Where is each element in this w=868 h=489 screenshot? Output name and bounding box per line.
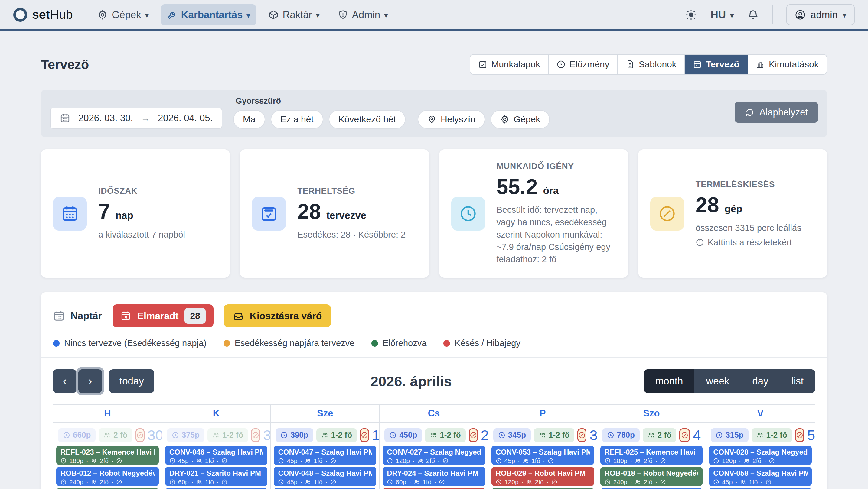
day-header-K: K <box>162 405 271 422</box>
calendar-event[interactable]: CONV-047 – Szalag Havi PM45p·1fő· <box>274 446 376 465</box>
calendar-icon <box>60 113 70 124</box>
chevron-down-icon: ▾ <box>247 11 250 20</box>
view-button-day[interactable]: day <box>741 369 780 393</box>
user-menu-button[interactable]: admin▾ <box>786 4 855 25</box>
clock-icon <box>604 458 611 464</box>
bell-icon[interactable] <box>747 9 759 21</box>
people-icon <box>414 479 420 485</box>
arrow-right-icon: → <box>141 113 150 123</box>
day-header-Sze: Sze <box>271 405 379 422</box>
day-cell-5[interactable]: 315p1-2 fő5CONV-028 – Szalag Negyedév...… <box>706 423 815 489</box>
slash-circle-icon <box>330 479 336 485</box>
calendar-event[interactable]: ROB-029 – Robot Havi PM120p·2fő· <box>492 467 594 486</box>
people-icon <box>103 431 111 439</box>
day-cell-30[interactable]: 660p2 fő30REFL-023 – Kemence Havi PM180p… <box>53 423 162 489</box>
people-icon <box>212 431 220 439</box>
nav-item-karbantartas[interactable]: Karbantartás▾ <box>161 4 256 25</box>
event-meta: 60p·1fő· <box>387 479 481 486</box>
clock-icon <box>451 197 485 231</box>
clock-icon <box>557 60 565 69</box>
day-number[interactable]: 1 <box>372 428 379 442</box>
legend-item: Nincs tervezve (Esedékesség napja) <box>53 338 207 348</box>
calendar-event[interactable]: REFL-025 – Kemence Havi PM180p·2fő· <box>600 446 703 465</box>
next-month-button[interactable]: › <box>78 369 102 393</box>
quick-filter-kovetkezo-het[interactable]: Következő hét <box>329 110 406 129</box>
view-button-month[interactable]: month <box>644 369 695 393</box>
view-button-list[interactable]: list <box>780 369 815 393</box>
location-filter[interactable]: Helyszín <box>418 110 485 129</box>
calendar-event[interactable]: ROB-012 – Robot Negyedéves...240p·2fő· <box>56 467 159 486</box>
people-icon <box>321 431 329 439</box>
nav-item-gepek[interactable]: Gépek▾ <box>91 4 155 25</box>
legend-dot-icon <box>223 340 230 347</box>
user-circle-icon <box>795 9 806 20</box>
calendar-icon <box>53 310 65 322</box>
day-cell-31[interactable]: 375p1-2 fő31CONV-046 – Szalag Havi PM45p… <box>162 423 271 489</box>
day-summary: 660p2 fő30 <box>56 425 159 446</box>
nav-item-raktar[interactable]: Raktár▾ <box>262 4 326 25</box>
tab-munkalapok[interactable]: Munkalapok <box>470 55 549 74</box>
gear-icon <box>97 10 108 20</box>
people-chip: 1-2 fő <box>751 428 792 442</box>
calendar-event[interactable]: CONV-048 – Szalag Havi PM45p·1fő· <box>274 467 376 486</box>
tab-elozmeny[interactable]: Előzmény <box>549 55 618 74</box>
clock-icon <box>604 479 611 485</box>
quick-filter-group: Gyorsszűrő Ma Ez a hét Következő hét <box>233 96 406 129</box>
clock-icon <box>387 458 393 464</box>
day-number[interactable]: 31 <box>263 428 271 442</box>
calendar-event[interactable]: CONV-028 – Szalag Negyedév...120p·2fő· <box>709 446 812 465</box>
card-munkaido: MUNKAIDŐ IGÉNY 55.2óra Becsült idő: terv… <box>439 149 628 278</box>
calendar-event[interactable]: CONV-027 – Szalag Negyedév...120p·2fő· <box>382 446 485 465</box>
day-number[interactable]: 3 <box>589 428 597 442</box>
kiosztasra-varo-button[interactable]: Kiosztásra váró <box>224 304 331 327</box>
card-termeleskieses[interactable]: TERMELÉSKIESÉS 28gép összesen 3315 perc … <box>638 149 827 278</box>
calendar-event[interactable]: CONV-053 – Szalag Havi PM45p·1fő· <box>492 446 594 465</box>
downtime-chip <box>135 428 145 442</box>
language-selector[interactable]: HU▾ <box>710 9 734 21</box>
event-title: CONV-048 – Szalag Havi PM <box>278 469 372 478</box>
event-title: DRY-021 – Szarito Havi PM <box>169 469 264 478</box>
event-title: ROB-029 – Robot Havi PM <box>496 469 590 478</box>
event-title: CONV-047 – Szalag Havi PM <box>278 448 372 456</box>
view-button-week[interactable]: week <box>694 369 741 393</box>
date-range-picker[interactable]: 2026. 03. 30. → 2026. 04. 05. <box>50 107 222 129</box>
day-cell-1[interactable]: 390p1-2 fő1CONV-047 – Szalag Havi PM45p·… <box>271 423 379 489</box>
day-number[interactable]: 2 <box>481 428 489 442</box>
day-cell-2[interactable]: 450p1-2 fő2CONV-027 – Szalag Negyedév...… <box>379 423 489 489</box>
prev-month-button[interactable]: ‹ <box>53 369 76 393</box>
people-chip: 1-2 fő <box>208 428 248 442</box>
day-cell-3[interactable]: 345p1-2 fő3CONV-053 – Szalag Havi PM45p·… <box>489 423 597 489</box>
naptar-tab[interactable]: Naptár <box>53 310 102 322</box>
tab-tervezo[interactable]: Tervező <box>685 55 748 74</box>
day-number[interactable]: 5 <box>807 428 815 442</box>
calendar-event[interactable]: DRY-021 – Szarito Havi PM60p·1fő· <box>165 467 268 486</box>
machines-filter[interactable]: Gépek <box>491 110 550 129</box>
reset-button[interactable]: Alaphelyzet <box>735 102 818 123</box>
calendar-event[interactable]: ROB-018 – Robot Negyedéves...240p·2fő· <box>600 467 703 486</box>
theme-sun-icon[interactable] <box>685 9 697 21</box>
calendar-event[interactable]: CONV-058 – Szalag Havi PM45p·1fő· <box>709 467 812 486</box>
calendar-event[interactable]: REFL-023 – Kemence Havi PM180p·2fő· <box>56 446 159 465</box>
tab-kimutatasok[interactable]: Kimutatások <box>748 55 827 74</box>
scope-filter-group: Helyszín Gépek <box>418 110 550 129</box>
minutes-chip: 780p <box>602 428 640 442</box>
people-icon <box>744 458 750 464</box>
app-logo[interactable]: setHub <box>13 7 72 22</box>
downtime-chip <box>577 428 586 442</box>
quick-filter-ez-a-het[interactable]: Ez a hét <box>271 110 323 129</box>
people-icon <box>305 458 311 464</box>
calendar-event[interactable]: CONV-046 – Szalag Havi PM45p·1fő· <box>165 446 268 465</box>
calendar-x-icon <box>120 311 131 321</box>
nav-item-admin[interactable]: Admin▾ <box>332 4 394 25</box>
calendar-event[interactable]: DRY-024 – Szarito Havi PM60p·1fő· <box>382 467 485 486</box>
day-number[interactable]: 30 <box>148 428 162 442</box>
clock-icon <box>278 479 284 485</box>
day-cell-4[interactable]: 780p2 fő4REFL-025 – Kemence Havi PM180p·… <box>597 423 706 489</box>
day-number[interactable]: 4 <box>693 428 701 442</box>
language-code: HU <box>710 9 726 21</box>
quick-filter-ma[interactable]: Ma <box>233 110 265 129</box>
today-button[interactable]: today <box>109 369 154 393</box>
elmaradt-button[interactable]: Elmaradt 28 <box>113 304 214 327</box>
tab-sablonok[interactable]: Sablonok <box>618 55 685 74</box>
nav-label: Karbantartás <box>181 9 243 21</box>
